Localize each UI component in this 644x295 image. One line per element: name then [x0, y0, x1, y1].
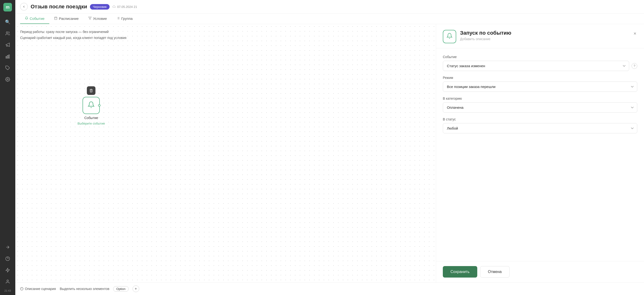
calendar-tab-icon [54, 16, 58, 20]
tab-event[interactable]: Событие [20, 14, 49, 24]
tab-group-label: Группа [121, 16, 133, 20]
svg-marker-9 [6, 268, 10, 272]
search-icon[interactable]: 🔍 [3, 17, 12, 27]
node-bell-icon [88, 101, 95, 110]
panel-body: Событие Статус заказа изменен ? Режим Вс… [436, 48, 644, 261]
scenario-desc-label: Описание сценария [25, 287, 56, 291]
svg-rect-3 [8, 55, 9, 58]
status-select[interactable]: Любой [443, 123, 637, 133]
panel-subtitle[interactable]: Добавить описание [460, 37, 629, 41]
bottom-bar: Описание сценария Выделить несколько эле… [15, 282, 644, 295]
question-icon[interactable] [3, 254, 12, 264]
scenario-info: Период работы: сразу после запуска — без… [20, 29, 126, 41]
node-connector-dot [98, 104, 100, 107]
event-field-group: Событие Статус заказа изменен ? [443, 55, 637, 71]
panel-header: Запуск по событию Добавить описание × [436, 24, 644, 48]
event-select[interactable]: Статус заказа изменен [443, 61, 629, 71]
page-title: Отзыв после поездки [30, 3, 87, 10]
lightning-icon[interactable] [3, 265, 12, 275]
panel-bell-icon [446, 33, 452, 40]
event-node: Событие Выберите событие [78, 86, 105, 125]
arrow-right-icon[interactable] [3, 242, 12, 252]
svg-point-7 [6, 257, 10, 261]
sidebar: m 🔍 21:43 [0, 0, 15, 295]
category-field-group: В категорию Оплачена [443, 97, 637, 113]
svg-rect-1 [6, 56, 7, 58]
sidebar-logo[interactable]: m [3, 3, 12, 11]
puzzle-icon[interactable] [3, 63, 12, 73]
status-field-group: В статус Любой [443, 117, 637, 133]
event-help-icon[interactable]: ? [632, 63, 637, 69]
event-field-label: Событие [443, 55, 637, 59]
category-select[interactable]: Оплачена [443, 102, 637, 113]
back-button[interactable] [20, 3, 28, 10]
right-panel: Запуск по событию Добавить описание × Со… [436, 24, 644, 282]
mode-field-label: Режим [443, 76, 637, 80]
svg-point-5 [7, 79, 8, 80]
mode-select[interactable]: Все позиции заказа перешли [443, 81, 637, 92]
tab-group[interactable]: Группа [112, 14, 138, 24]
node-link[interactable]: Выберите событие [78, 122, 105, 125]
settings-icon[interactable] [3, 75, 12, 84]
megaphone-icon[interactable] [3, 40, 12, 50]
tab-schedule[interactable]: Расписание [49, 14, 84, 24]
svg-point-0 [6, 32, 8, 33]
user-profile-icon[interactable] [3, 277, 12, 287]
panel-icon-wrap [443, 30, 456, 43]
scenario-description[interactable]: Описание сценария [20, 287, 56, 291]
filter-tab-icon [88, 16, 92, 20]
header: Отзыв после поездки Черновик 07.05.2024 … [15, 0, 644, 14]
tab-event-label: Событие [30, 16, 44, 20]
panel-close-button[interactable]: × [632, 30, 637, 37]
node-delete-button[interactable] [87, 86, 96, 95]
svg-point-10 [7, 280, 8, 282]
option-button[interactable]: Option [113, 286, 128, 292]
event-select-row: Статус заказа изменен ? [443, 61, 637, 71]
tab-condition-label: Условие [93, 16, 107, 20]
node-box[interactable] [82, 97, 100, 114]
panel-title-wrap: Запуск по событию Добавить описание [460, 30, 629, 41]
plus-button[interactable]: + [132, 286, 139, 292]
svg-marker-15 [88, 17, 92, 19]
svg-rect-2 [7, 55, 8, 58]
cloud-info: 07.05.2024 21 [112, 5, 137, 8]
node-label: Событие [84, 116, 98, 120]
chart-icon[interactable] [3, 52, 12, 61]
group-tab-icon [116, 16, 120, 20]
tab-condition[interactable]: Условие [84, 14, 112, 24]
mode-field-group: Режим Все позиции заказа перешли [443, 76, 637, 92]
draft-badge: Черновик [90, 4, 109, 9]
select-multiple-label: Выделить несколько элементов [60, 287, 110, 291]
status-field-label: В статус [443, 117, 637, 121]
sidebar-time: 21:43 [4, 289, 11, 292]
users-icon[interactable] [3, 29, 12, 38]
panel-footer: Сохранить Отмена [436, 261, 644, 282]
save-button[interactable]: Сохранить [443, 266, 477, 278]
cancel-button[interactable]: Отмена [480, 266, 510, 278]
tabs: Событие Расписание Условие Группа [15, 14, 644, 24]
svg-rect-11 [54, 17, 57, 19]
tab-schedule-label: Расписание [59, 16, 79, 20]
panel-title: Запуск по событию [460, 30, 629, 36]
category-field-label: В категорию [443, 97, 637, 100]
bell-tab-icon [25, 16, 28, 20]
main-area: Отзыв после поездки Черновик 07.05.2024 … [15, 0, 644, 295]
content-area: Период работы: сразу после запуска — без… [15, 24, 644, 282]
